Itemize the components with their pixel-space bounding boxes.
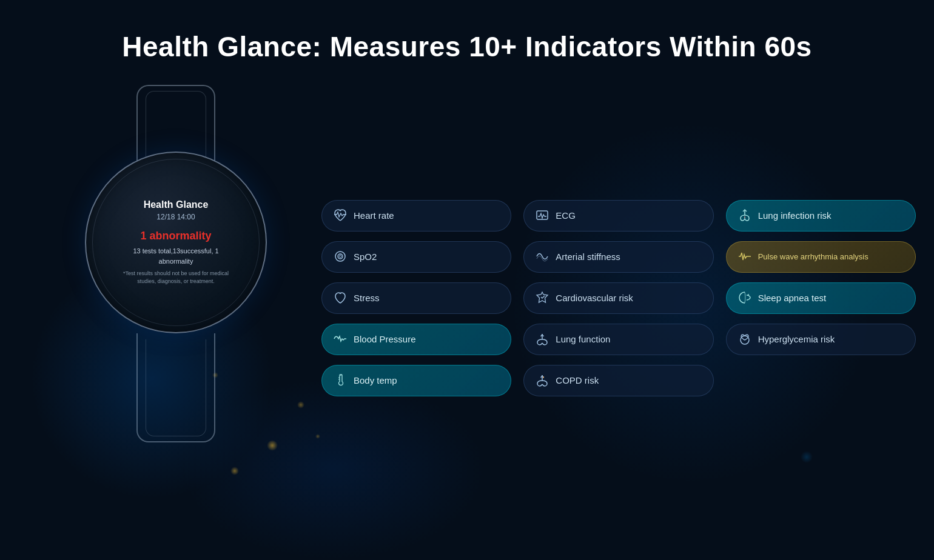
indicator-arterial-stiffness: Arterial stiffness: [523, 241, 713, 273]
spo2-icon: [333, 249, 348, 265]
lung-infection-risk-label: Lung infection risk: [758, 210, 832, 221]
arterial-stiffness-icon: [535, 249, 549, 265]
svg-point-2: [339, 255, 341, 258]
indicator-lung-function: Lung function: [523, 324, 713, 355]
arterial-stiffness-label: Arterial stiffness: [556, 252, 620, 262]
watch-band-bottom-inner: [146, 339, 206, 436]
indicator-copd-risk: COPD risk: [523, 365, 713, 396]
indicator-stress: Stress: [321, 282, 511, 314]
watch-band-bottom: [136, 333, 215, 442]
indicator-body-temp: Body temp: [321, 365, 511, 396]
hyperglycemia-risk-icon: [737, 332, 752, 348]
stress-label: Stress: [354, 293, 380, 304]
indicator-spo2: SpO2: [321, 241, 511, 273]
blood-pressure-label: Blood Pressure: [354, 334, 416, 345]
indicators-grid: Heart rate ECG Lung infection risk SpO2 …: [321, 200, 916, 396]
watch-face: Health Glance 12/18 14:00 1 abnormality …: [85, 152, 267, 333]
heart-rate-label: Heart rate: [354, 210, 394, 221]
indicator-cardiovascular-risk: Cardiovascular risk: [523, 282, 713, 314]
watch-abnormality-text: 1 abnormality: [115, 230, 237, 242]
lung-infection-risk-icon: [737, 208, 752, 224]
lung-function-icon: [535, 332, 549, 348]
ecg-label: ECG: [556, 210, 576, 221]
stress-icon: [333, 290, 348, 307]
sleep-apnea-label: Sleep apnea test: [758, 293, 827, 304]
indicator-ecg: ECG: [523, 200, 713, 232]
watch-disclaimer-text: *Test results should not be used for med…: [115, 270, 237, 285]
lung-function-label: Lung function: [556, 334, 610, 345]
blood-pressure-icon: [333, 332, 348, 348]
indicator-sleep-apnea: Sleep apnea test: [726, 282, 916, 314]
pulse-wave-icon: [737, 249, 752, 265]
heart-rate-icon: [333, 208, 348, 224]
hyperglycemia-risk-label: Hyperglycemia risk: [758, 334, 835, 345]
watch-stats-text: 13 tests total,13successful, 1 abnormali…: [115, 246, 237, 266]
watch-screen-date: 12/18 14:00: [115, 213, 237, 221]
ecg-icon: [535, 208, 549, 224]
copd-risk-label: COPD risk: [556, 375, 599, 386]
sleep-apnea-icon: [737, 290, 752, 307]
watch-screen-title: Health Glance: [115, 199, 237, 210]
body-temp-label: Body temp: [354, 375, 397, 386]
indicator-blood-pressure: Blood Pressure: [321, 324, 511, 355]
bokeh-dot-3: [315, 434, 320, 439]
indicator-hyperglycemia-risk: Hyperglycemia risk: [726, 324, 916, 355]
pulse-wave-label: Pulse wave arrhythmia analysis: [758, 252, 868, 262]
watch-screen: Health Glance 12/18 14:00 1 abnormality …: [103, 187, 249, 297]
indicator-pulse-wave: Pulse wave arrhythmia analysis: [726, 241, 916, 273]
body-temp-icon: [333, 373, 348, 389]
bokeh-dot-6: [801, 451, 813, 463]
cardiovascular-risk-icon: [535, 290, 549, 307]
page-title: Health Glance: Measures 10+ Indicators W…: [0, 30, 934, 63]
indicator-lung-infection-risk: Lung infection risk: [726, 200, 916, 232]
watch-band-top-inner: [146, 91, 206, 158]
indicator-heart-rate: Heart rate: [321, 200, 511, 232]
cardiovascular-risk-label: Cardiovascular risk: [556, 293, 633, 304]
watch-container: Health Glance 12/18 14:00 1 abnormality …: [49, 85, 303, 509]
svg-point-1: [335, 252, 345, 261]
spo2-label: SpO2: [354, 252, 377, 262]
copd-risk-icon: [535, 373, 549, 389]
